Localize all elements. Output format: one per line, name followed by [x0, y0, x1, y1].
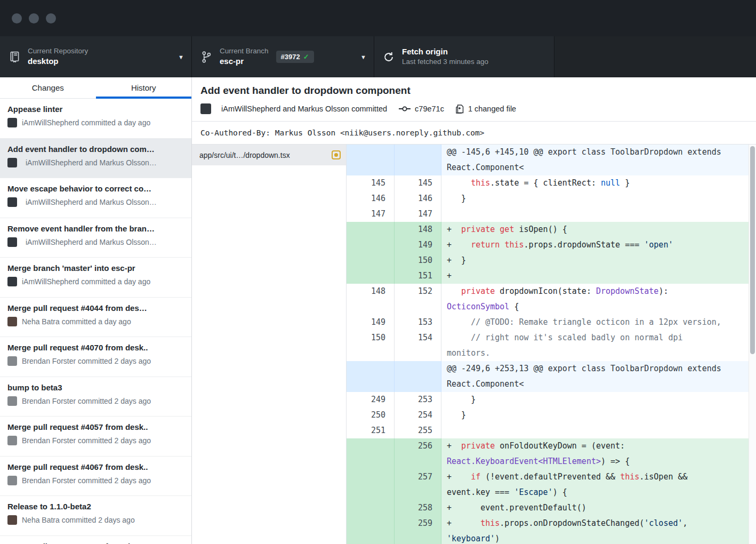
new-line-number: 255	[395, 423, 441, 438]
committers-text: iAmWillShepherd and Markus Olsson commit…	[221, 105, 387, 113]
commit-item-meta: iAmWillShepherd and Markus Olsson…	[26, 238, 157, 246]
new-line-number: 153	[395, 315, 441, 330]
commit-title: Add event handler to dropdown component	[200, 85, 756, 97]
old-line-number: 149	[347, 315, 395, 330]
avatar	[7, 118, 17, 127]
git-commit-icon	[399, 105, 411, 113]
old-line-number: 250	[347, 407, 395, 423]
old-line-number	[347, 222, 395, 237]
new-line-number: 256	[395, 438, 441, 469]
avatar	[7, 317, 17, 326]
file-item[interactable]: app/src/ui/t…/dropdown.tsx	[192, 145, 346, 165]
commit-item-title: Merge pull request #4067 from desk..	[7, 462, 184, 471]
commit-item[interactable]: Appease linteriAmWillShepherd committed …	[0, 99, 191, 139]
commit-item[interactable]: Release to 1.1.0-beta2Neha Batra committ…	[0, 496, 191, 536]
diff-row: 151+	[347, 268, 749, 284]
minimize-button[interactable]	[29, 13, 39, 23]
new-line-number: 146	[395, 191, 441, 206]
old-line-number	[347, 469, 395, 500]
diff-row: 147147	[347, 206, 749, 222]
avatar	[7, 476, 17, 485]
diff-row: 259+ this.props.onDropdownStateChanged('…	[347, 516, 749, 544]
commit-item[interactable]: Merge pull request #4044 from des…Neha B…	[0, 298, 191, 338]
changed-files-list: app/src/ui/t…/dropdown.tsx	[192, 145, 347, 544]
commit-sha[interactable]: c79e71c	[415, 105, 444, 113]
commit-list: Appease linteriAmWillShepherd committed …	[0, 99, 191, 544]
diff-scrollbar[interactable]	[749, 145, 756, 544]
commit-item-title: Remove event handler from the bran…	[7, 224, 184, 233]
diff-code-line: + }	[441, 253, 749, 268]
diff-code-line: }	[441, 407, 749, 423]
commit-item[interactable]: bump to beta3Brendan Forster committed 2…	[0, 377, 191, 417]
sidebar: Changes History Appease linteriAmWillShe…	[0, 77, 192, 544]
commit-item-title: Merge pull request #4057 from desk..	[7, 422, 184, 431]
diff-row: 148+ private get isOpen() {	[347, 222, 749, 237]
diff-row: 148152 private dropdownIcon(state: Dropd…	[347, 284, 749, 315]
diff-row: 257+ if (!event.defaultPrevented && this…	[347, 469, 749, 500]
avatar	[7, 396, 17, 406]
new-line-number: 152	[395, 284, 441, 315]
new-line-number: 259	[395, 516, 441, 544]
old-line-number: 251	[347, 423, 395, 438]
diff-row: 258+ event.preventDefault()	[347, 500, 749, 516]
commit-item[interactable]: Move escape behavior to correct co…iAmWi…	[0, 178, 191, 218]
new-line-number: 149	[395, 237, 441, 253]
commit-item[interactable]: Add event handler to dropdown com…iAmWil…	[0, 139, 191, 179]
diff-row: 250254 }	[347, 407, 749, 423]
diff-viewer: @@ -145,6 +145,10 @@ export class Toolba…	[347, 145, 756, 544]
diff-row: 150154 // right now it's scaled badly on…	[347, 330, 749, 361]
old-line-number: 146	[347, 191, 395, 206]
diff-code-line: +	[441, 268, 749, 284]
commit-item-title: Merge pull request #4070 from desk..	[7, 343, 184, 352]
pr-number: #3972	[281, 53, 300, 61]
close-button[interactable]	[12, 13, 22, 23]
diff-code-line: }	[441, 392, 749, 407]
zoom-button[interactable]	[46, 13, 56, 23]
diff-row: 251255	[347, 423, 749, 438]
commit-item-meta: Brendan Forster committed 2 days ago	[22, 357, 151, 365]
old-line-number: 249	[347, 392, 395, 407]
diff-code-line: // @TODO: Remake triangle octicon in a 1…	[441, 315, 749, 330]
repository-dropdown[interactable]: Current Repository desktop ▼	[0, 36, 192, 77]
diff-code-line: + if (!event.defaultPrevented && this.is…	[441, 469, 749, 500]
old-line-number	[347, 500, 395, 516]
commit-item[interactable]: Merge branch 'master' into esc-priAmWill…	[0, 258, 191, 298]
old-line-number	[347, 145, 395, 175]
diff-row: 145145 this.state = { clientRect: null }	[347, 175, 749, 191]
fetch-sub: Last fetched 3 minutes ago	[402, 58, 488, 67]
commit-item[interactable]: Merge pull request #4070 from desk..Bren…	[0, 337, 191, 377]
commit-item[interactable]: Merge pull request #4073 from des…	[0, 536, 191, 544]
tab-changes[interactable]: Changes	[0, 77, 96, 98]
toolbar: Current Repository desktop ▼ Current Bra…	[0, 36, 756, 77]
fetch-origin-button[interactable]: Fetch origin Last fetched 3 minutes ago	[374, 36, 554, 77]
modified-status-icon	[332, 150, 341, 159]
commit-item-meta: Neha Batra committed a day ago	[22, 317, 131, 326]
commit-item-meta: Neha Batra committed 2 days ago	[22, 516, 135, 524]
commit-item[interactable]: Merge pull request #4067 from desk..Bren…	[0, 457, 191, 497]
scrollbar-thumb[interactable]	[750, 146, 755, 354]
sync-icon	[382, 52, 396, 62]
commit-item-title: Appease linter	[7, 105, 184, 114]
old-line-number: 148	[347, 284, 395, 315]
new-line-number: 148	[395, 222, 441, 237]
new-line-number: 154	[395, 330, 441, 361]
avatar	[7, 277, 17, 286]
commit-item-meta: Brendan Forster committed 2 days ago	[22, 397, 151, 405]
titlebar	[0, 0, 756, 36]
commit-item-title: bump to beta3	[7, 383, 184, 392]
commit-item[interactable]: Remove event handler from the bran…iAmWi…	[0, 218, 191, 258]
diff-row: 146146 }	[347, 191, 749, 206]
diff-row: 149153 // @TODO: Remake triangle octicon…	[347, 315, 749, 330]
commit-item[interactable]: Merge pull request #4057 from desk..Bren…	[0, 417, 191, 457]
traffic-lights	[12, 13, 56, 23]
new-line-number: 147	[395, 206, 441, 222]
old-line-number	[347, 361, 395, 392]
commit-item-meta: iAmWillShepherd and Markus Olsson…	[26, 158, 157, 167]
tab-history[interactable]: History	[96, 77, 192, 98]
file-diff-icon	[456, 105, 464, 114]
new-line-number: 151	[395, 268, 441, 284]
diff-code-line: @@ -145,6 +145,10 @@ export class Toolba…	[441, 145, 749, 175]
commit-item-title: Merge pull request #4073 from des…	[7, 542, 184, 544]
branch-dropdown[interactable]: Current Branch esc-pr #3972 ✓ ▼	[192, 36, 374, 77]
diff-row: 249253 }	[347, 392, 749, 407]
